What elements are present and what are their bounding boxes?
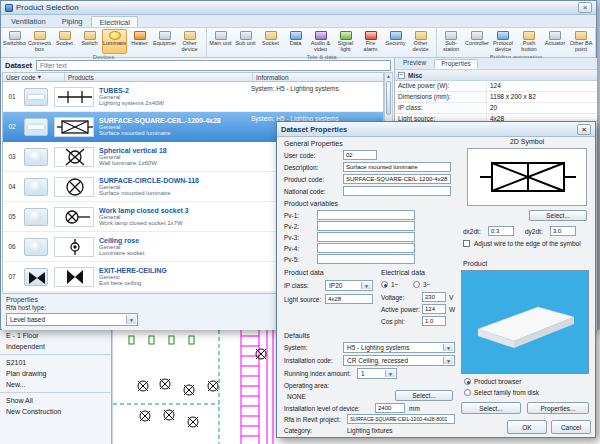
tree-item-plan-drawing[interactable]: Plan drawing (0, 368, 111, 379)
ribbon-item-controller[interactable]: Controller (464, 29, 490, 54)
ok-button[interactable]: OK (507, 420, 547, 434)
ribbon-item-security[interactable]: Security (383, 29, 408, 54)
dy-label: dy2dt: (525, 228, 543, 235)
ribbon-item-main-unit[interactable]: Main unit (208, 29, 233, 54)
pv4-field[interactable] (317, 243, 415, 253)
national-code-field[interactable] (343, 186, 451, 196)
ribbon-item-actuator[interactable]: Actuator (542, 29, 568, 54)
symbol-select-button[interactable]: Select... (529, 210, 587, 221)
tab-properties[interactable]: Properties (434, 59, 478, 69)
tube-luminaire-symbol-icon (54, 87, 94, 107)
cancel-button[interactable]: Cancel (551, 420, 591, 434)
product-name: Work lamp closed socket 3 (99, 207, 251, 214)
ribbon-item-fire-alarm[interactable]: Fire alarm (358, 29, 383, 54)
sub-unit-icon (240, 31, 252, 40)
ribbon-item-push-button[interactable]: Push button (516, 29, 542, 54)
tab-piping[interactable]: Piping (55, 16, 90, 27)
tree-item-independent[interactable]: Independent (0, 341, 111, 352)
tree-item-new[interactable]: New... (0, 379, 111, 390)
installation-level-field[interactable]: 2400 (375, 403, 405, 413)
adjust-wire-checkbox[interactable] (463, 240, 470, 247)
operating-area-select-button[interactable]: Select... (395, 390, 453, 401)
ribbon-item-protocol-device[interactable]: Protocol device (490, 29, 516, 54)
filter-input[interactable] (36, 60, 391, 71)
column-header-products[interactable]: Products (65, 73, 253, 81)
ribbon-item-switchboard[interactable]: Switchboard (2, 29, 27, 54)
ribbon-item-other-device-teledata[interactable]: Other device (408, 29, 433, 54)
product-name: Spherical vertical 18 (99, 147, 251, 154)
scroll-up-icon[interactable]: ▲ (385, 73, 392, 80)
ribbon-item-luminaire[interactable]: Luminaire (102, 29, 127, 54)
ribbon-item-label: Switch (78, 41, 101, 53)
system-select[interactable]: H5 - Lighting systems ▼ (343, 342, 455, 353)
collapse-icon[interactable]: − (398, 72, 405, 79)
table-row[interactable]: 01 TUBES-2 General Lighting systems 2x40… (3, 82, 383, 112)
tab-electrical[interactable]: Electrical (91, 16, 137, 27)
tab-preview[interactable]: Preview (397, 59, 432, 69)
ribbon-item-label: Heater (128, 41, 151, 53)
dialog-titlebar[interactable]: Dataset Properties × (277, 122, 595, 137)
ip-class-value: IP20 (329, 282, 342, 289)
pv1-field[interactable] (317, 210, 415, 220)
ribbon-item-data[interactable]: Data (283, 29, 308, 54)
tree-item-show-all[interactable]: Show All (0, 395, 111, 406)
ribbon-item-switch[interactable]: Switch (77, 29, 102, 54)
square-luminaire-symbol-icon (54, 117, 94, 137)
ribbon-item-socket-teledata[interactable]: Socket (258, 29, 283, 54)
column-header-user-code[interactable]: User code▾ (3, 73, 65, 81)
ribbon-item-equipment[interactable]: Equipment (152, 29, 177, 54)
property-group-misc[interactable]: − Misc (395, 70, 597, 81)
dx-field[interactable]: 0.3 (488, 226, 514, 236)
product-thumbnail (24, 118, 48, 136)
ribbon-item-sub-unit[interactable]: Sub unit (233, 29, 258, 54)
voltage-field[interactable]: 230 (422, 292, 446, 302)
ribbon-group-tele-data: Main unit Sub unit Socket Data Audio & v… (207, 28, 437, 57)
dialog-close-button[interactable]: × (577, 124, 591, 135)
other-device-icon (415, 31, 427, 40)
ribbon-item-other-ba-point[interactable]: Other BA point (568, 29, 594, 54)
ribbon-item-audio-video[interactable]: Audio & video (308, 29, 333, 54)
select-family-radio[interactable] (464, 389, 471, 396)
three-phase-radio[interactable] (413, 281, 420, 288)
cos-phi-field[interactable]: 1.0 (422, 316, 446, 326)
product-browser-label: Product browser (474, 378, 521, 385)
ribbon-item-socket-devices[interactable]: Socket (52, 29, 77, 54)
screen: E - 1 Floor Independent S2101 Plan drawi… (0, 0, 600, 444)
product-browser-radio[interactable] (464, 378, 471, 385)
ribbon-item-signal-light[interactable]: Signal light (333, 29, 358, 54)
description-field[interactable]: Surface mounted luminaire (343, 162, 451, 172)
rfa-in-project-field[interactable]: SURFACE-SQUARE-CEIL-1200-4x28-8001 (347, 414, 455, 424)
single-phase-radio[interactable] (381, 281, 388, 288)
tree-item-floor[interactable]: E - 1 Floor (0, 330, 111, 341)
ip-class-select[interactable]: IP20 ▼ (325, 280, 373, 291)
light-source-field[interactable]: 4x28 (325, 294, 373, 304)
ribbon-item-label: Other device (178, 41, 201, 53)
ribbon-item-sub-station-router[interactable]: Sub-station and router (438, 29, 464, 54)
main-unit-icon (215, 31, 227, 40)
product-select-button[interactable]: Select... (461, 402, 521, 414)
ribbon-item-heater[interactable]: Heater (127, 29, 152, 54)
product-code-field[interactable]: SURFACE-SQUARE-CEIL-1200-4x28 (343, 174, 451, 184)
product-name: Ceiling rose (99, 237, 251, 244)
active-power-field[interactable]: 124 (422, 304, 446, 314)
window-titlebar[interactable]: Product Selection × (1, 1, 596, 15)
pv3-field[interactable] (317, 232, 415, 242)
ribbon-item-connection-box[interactable]: Connection box (27, 29, 52, 54)
window-close-button[interactable]: × (578, 2, 592, 13)
dy-field[interactable]: 3.0 (550, 226, 576, 236)
scrollbar-thumb[interactable] (386, 81, 391, 115)
column-header-information[interactable]: Information (253, 73, 383, 81)
product-properties-button[interactable]: Properties... (527, 402, 589, 414)
running-index-select[interactable]: 1 ▼ (357, 368, 397, 379)
user-code-field[interactable]: 02 (343, 150, 377, 160)
pv5-field[interactable] (317, 254, 415, 264)
rfa-host-type-select[interactable]: Level based ▼ (6, 313, 138, 326)
equipment-icon (159, 31, 171, 40)
ribbon-item-other-device-devices[interactable]: Other device (177, 29, 202, 54)
ribbon-item-label: Luminaire (103, 41, 126, 53)
installation-code-select[interactable]: CR Ceiling, recessed ▼ (343, 355, 455, 366)
tab-ventilation[interactable]: Ventilation (4, 16, 53, 27)
tree-item-new-construction[interactable]: New Construction (0, 406, 111, 417)
tree-item-s2101[interactable]: S2101 (0, 357, 111, 368)
pv2-field[interactable] (317, 221, 415, 231)
